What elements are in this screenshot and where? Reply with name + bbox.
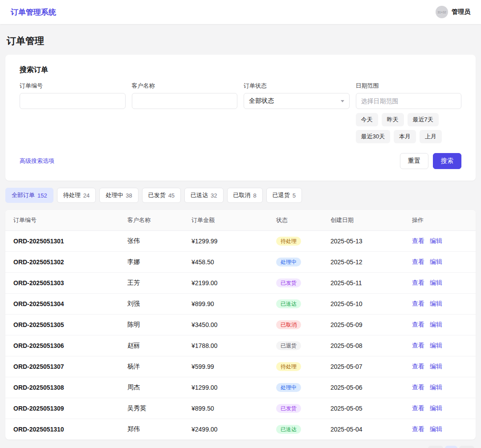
edit-link[interactable]: 编辑 <box>430 363 442 370</box>
column-header: 状态 <box>276 210 330 231</box>
avatar-placeholder-text: 31×32 <box>437 11 446 14</box>
status-badge: 处理中 <box>276 383 301 392</box>
status-label: 订单状态 <box>244 82 350 90</box>
date-range-input[interactable] <box>356 93 462 109</box>
cell-actions: 查看编辑 <box>412 273 476 294</box>
cell-status: 已送达 <box>276 294 330 315</box>
table-header-row: 订单编号客户名称订单金额状态创建日期操作 <box>5 210 476 231</box>
cell-amount: ¥1299.99 <box>192 231 276 252</box>
cell-actions: 查看编辑 <box>412 252 476 273</box>
cell-customer: 张伟 <box>127 231 192 252</box>
prev-page-button[interactable]: ‹ <box>428 446 443 448</box>
status-tabs: 全部订单152待处理24处理中38已发货45已送达32已取消8已退货5 <box>5 188 476 203</box>
page-1-button[interactable]: 1 <box>445 446 457 448</box>
status-select[interactable]: 全部状态 <box>244 93 350 109</box>
view-link[interactable]: 查看 <box>412 342 424 349</box>
cell-status: 处理中 <box>276 252 330 273</box>
cell-customer: 郑伟 <box>127 419 192 440</box>
table-row: ORD-2025051303王芳¥2199.00已发货2025-05-11查看编… <box>5 273 476 294</box>
view-link[interactable]: 查看 <box>412 404 424 412</box>
tab-count: 8 <box>253 192 257 199</box>
view-link[interactable]: 查看 <box>412 321 424 328</box>
view-link[interactable]: 查看 <box>412 279 424 286</box>
quick-date-button-3[interactable]: 最近30天 <box>356 130 390 143</box>
edit-link[interactable]: 编辑 <box>430 321 442 328</box>
tab-0[interactable]: 全部订单152 <box>5 188 53 203</box>
cell-customer: 吴秀英 <box>127 398 192 419</box>
app-brand: 订单管理系统 <box>11 7 56 17</box>
tab-5[interactable]: 已取消8 <box>227 188 263 203</box>
table-row: ORD-2025051301张伟¥1299.99待处理2025-05-13查看编… <box>5 231 476 252</box>
tab-1[interactable]: 待处理24 <box>57 188 96 203</box>
table-row: ORD-2025051304刘强¥899.90已送达2025-05-10查看编辑 <box>5 294 476 315</box>
next-page-button[interactable]: › <box>459 446 474 448</box>
cell-order-no: ORD-2025051310 <box>5 419 127 440</box>
edit-link[interactable]: 编辑 <box>430 404 442 412</box>
customer-label: 客户名称 <box>132 82 238 90</box>
cell-date: 2025-05-06 <box>330 377 412 398</box>
cell-date: 2025-05-08 <box>330 335 412 356</box>
edit-link[interactable]: 编辑 <box>430 279 442 286</box>
tab-3[interactable]: 已发货45 <box>142 188 181 203</box>
status-badge: 已送达 <box>276 299 301 308</box>
table-row: ORD-2025051302李娜¥458.50处理中2025-05-12查看编辑 <box>5 252 476 273</box>
search-button[interactable]: 搜索 <box>433 153 461 169</box>
quick-date-button-0[interactable]: 今天 <box>356 113 378 126</box>
quick-date-button-1[interactable]: 昨天 <box>382 113 404 126</box>
view-link[interactable]: 查看 <box>412 425 424 432</box>
tab-6[interactable]: 已退货5 <box>266 188 302 203</box>
column-header: 客户名称 <box>127 210 192 231</box>
table-row: ORD-2025051307杨洋¥599.99待处理2025-05-07查看编辑 <box>5 356 476 377</box>
quick-date-button-2[interactable]: 最近7天 <box>408 113 439 126</box>
orders-table-card: 订单编号客户名称订单金额状态创建日期操作 ORD-2025051301张伟¥12… <box>5 210 476 440</box>
cell-customer: 刘强 <box>127 294 192 315</box>
edit-link[interactable]: 编辑 <box>430 342 442 349</box>
cell-status: 待处理 <box>276 231 330 252</box>
view-link[interactable]: 查看 <box>412 383 424 391</box>
tab-4[interactable]: 已送达32 <box>184 188 223 203</box>
cell-actions: 查看编辑 <box>412 419 476 440</box>
cell-actions: 查看编辑 <box>412 231 476 252</box>
edit-link[interactable]: 编辑 <box>430 383 442 391</box>
edit-link[interactable]: 编辑 <box>430 300 442 307</box>
user-name: 管理员 <box>452 8 470 16</box>
view-link[interactable]: 查看 <box>412 237 424 244</box>
view-link[interactable]: 查看 <box>412 300 424 307</box>
search-footer: 高级搜索选项 重置 搜索 <box>20 153 461 169</box>
cell-order-no: ORD-2025051308 <box>5 377 127 398</box>
quick-date-button-5[interactable]: 上月 <box>420 130 442 143</box>
table-row: ORD-2025051305陈明¥3450.00已取消2025-05-09查看编… <box>5 315 476 335</box>
view-link[interactable]: 查看 <box>412 363 424 370</box>
orders-table: 订单编号客户名称订单金额状态创建日期操作 ORD-2025051301张伟¥12… <box>5 210 476 440</box>
edit-link[interactable]: 编辑 <box>430 237 442 244</box>
cell-order-no: ORD-2025051304 <box>5 294 127 315</box>
order-no-field-group: 订单编号 <box>20 82 126 143</box>
column-header: 操作 <box>412 210 476 231</box>
cell-actions: 查看编辑 <box>412 294 476 315</box>
user-menu[interactable]: 31×32 管理员 <box>436 6 470 18</box>
cell-order-no: ORD-2025051306 <box>5 335 127 356</box>
order-no-input[interactable] <box>20 93 126 109</box>
edit-link[interactable]: 编辑 <box>430 425 442 432</box>
customer-input[interactable] <box>132 93 238 109</box>
edit-link[interactable]: 编辑 <box>430 258 442 265</box>
cell-date: 2025-05-04 <box>330 419 412 440</box>
status-badge: 已退货 <box>276 341 301 350</box>
cell-status: 已退货 <box>276 335 330 356</box>
tab-2[interactable]: 处理中38 <box>99 188 138 203</box>
customer-field-group: 客户名称 <box>132 82 238 143</box>
table-row: ORD-2025051310郑伟¥2499.00已送达2025-05-04查看编… <box>5 419 476 440</box>
cell-actions: 查看编辑 <box>412 377 476 398</box>
status-field-group: 订单状态 全部状态 <box>244 82 350 143</box>
advanced-search-link[interactable]: 高级搜索选项 <box>20 157 54 165</box>
cell-amount: ¥458.50 <box>192 252 276 273</box>
cell-status: 已送达 <box>276 419 330 440</box>
reset-button[interactable]: 重置 <box>400 153 428 169</box>
tab-count: 32 <box>211 192 217 199</box>
cell-actions: 查看编辑 <box>412 335 476 356</box>
cell-date: 2025-05-12 <box>330 252 412 273</box>
view-link[interactable]: 查看 <box>412 258 424 265</box>
cell-date: 2025-05-05 <box>330 398 412 419</box>
quick-date-button-4[interactable]: 本月 <box>394 130 416 143</box>
search-fields: 订单编号 客户名称 订单状态 全部状态 日期范围 今天昨天最近7天最近30天本月… <box>20 82 461 143</box>
